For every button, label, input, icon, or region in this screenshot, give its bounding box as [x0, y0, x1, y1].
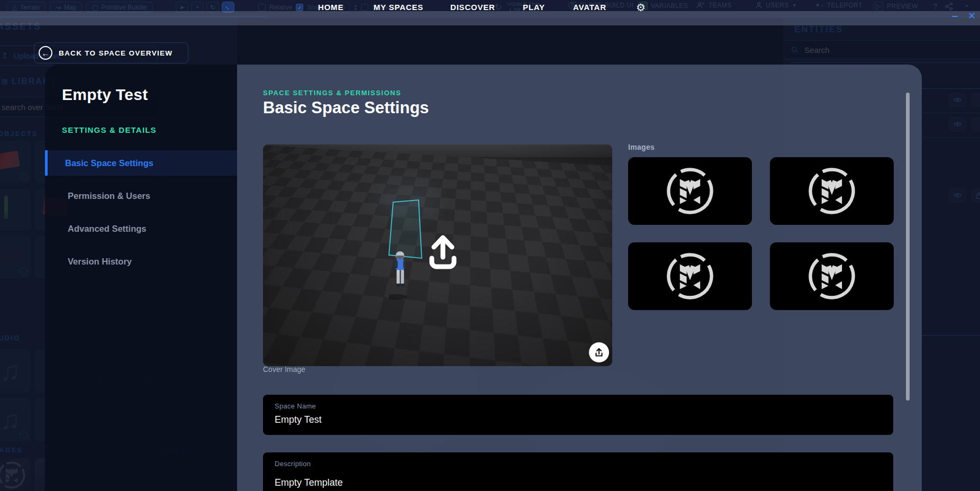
brand-logo-icon	[806, 166, 857, 216]
space-image-slot[interactable]	[770, 157, 894, 225]
app-window: △Terrain ↝Map ▢Primitive Builder ➤ + ↻ ↔…	[0, 0, 980, 491]
window-close-button[interactable]: ✕	[968, 10, 976, 22]
brand-logo-icon	[665, 166, 715, 216]
brand-logo-icon	[806, 251, 857, 302]
settings-main: SPACE SETTINGS & PERMISSIONS Basic Space…	[237, 65, 922, 491]
sidebar-item-basic-space-settings[interactable]: Basic Space Settings	[45, 150, 237, 176]
sidebar-item-version-history[interactable]: Version History	[45, 249, 237, 274]
nav-my-spaces[interactable]: MY SPACES	[374, 3, 423, 12]
space-settings-modal: Empty Test SETTINGS & DETAILS Basic Spac…	[45, 65, 922, 491]
space-image-slot[interactable]	[628, 157, 752, 225]
back-arrow-icon: ←	[39, 46, 52, 60]
nav-discover[interactable]: DISCOVER	[450, 3, 495, 12]
top-nav	[0, 11, 980, 25]
description-label: Description	[275, 460, 882, 468]
settings-sidebar: Empty Test SETTINGS & DETAILS Basic Spac…	[45, 65, 237, 491]
space-image-slot[interactable]	[628, 242, 752, 310]
cover-image-upload-area[interactable]	[263, 144, 612, 366]
space-image-slot[interactable]	[770, 242, 894, 310]
upload-icon	[594, 347, 604, 358]
nav-avatar[interactable]: AVATAR	[573, 3, 606, 12]
brand-logo-icon	[665, 251, 715, 302]
space-name-field[interactable]: Space Name	[263, 395, 893, 435]
sidebar-item-advanced-settings[interactable]: Advanced Settings	[45, 216, 237, 241]
page-title: Basic Space Settings	[263, 98, 429, 117]
settings-gear-icon[interactable]: ⚙	[636, 1, 646, 14]
modal-scrollbar[interactable]	[906, 93, 910, 401]
scene-vignette	[263, 144, 612, 366]
cover-image-label: Cover Image	[263, 365, 305, 374]
sidebar-item-permission-users[interactable]: Permission & Users	[45, 183, 237, 208]
nav-home[interactable]: HOME	[318, 3, 343, 12]
nav-play[interactable]: PLAY	[523, 3, 545, 12]
back-to-space-overview-button[interactable]: ← BACK TO SPACE OVERVIEW	[34, 42, 188, 63]
settings-eyebrow: SPACE SETTINGS & PERMISSIONS	[263, 89, 401, 97]
description-field[interactable]: Description	[263, 452, 893, 491]
cover-upload-button[interactable]	[589, 342, 609, 362]
space-name-label: Space Name	[275, 402, 882, 410]
images-label: Images	[628, 143, 655, 151]
space-name-input[interactable]	[275, 414, 882, 425]
space-title: Empty Test	[62, 86, 148, 104]
window-minimize-button[interactable]: –	[952, 10, 958, 22]
settings-section-label: SETTINGS & DETAILS	[62, 125, 157, 134]
description-input[interactable]	[275, 477, 882, 488]
